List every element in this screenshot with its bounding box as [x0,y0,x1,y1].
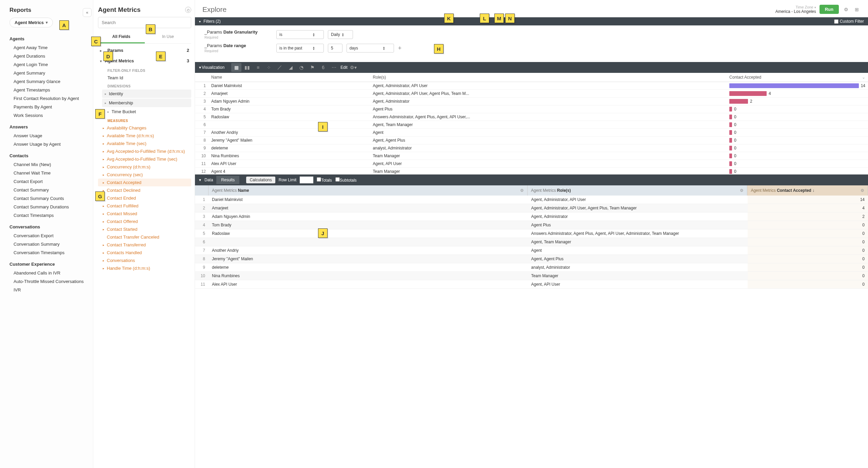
viz-table-row[interactable]: 7Another AndriyAgent0 [195,129,868,137]
measure-item[interactable]: ▸ Contact Started [98,225,191,233]
dimension-group[interactable]: ▸ Time Bucket [98,108,191,116]
measure-item[interactable]: ▸ Contact Fulfilled [98,202,191,210]
sidebar-item[interactable]: First Contact Resolution by Agent [9,94,86,103]
sidebar-item[interactable]: Contact Timestamps [9,211,86,220]
settings-gear-icon[interactable]: ⚙ [842,6,850,13]
report-selector[interactable]: Agent Metrics ▾ [9,18,53,27]
sidebar-item[interactable]: Work Sessions [9,111,86,120]
sidebar-item[interactable]: Agent Durations [9,52,86,60]
measure-item[interactable]: ▸ Contact Missed [98,210,191,218]
dashboard-grid-icon[interactable]: ⊞ [853,6,861,13]
run-button[interactable]: Run [820,5,839,14]
measure-item[interactable]: ▸ Availability Changes [98,124,191,132]
measure-item[interactable]: ▸ Avg Accepted-to-Fulfilled Time (sec) [98,155,191,163]
sidebar-item[interactable]: Payments By Agent [9,103,86,111]
measure-item[interactable]: ▸ Contact Ended [98,194,191,202]
viz-table-icon[interactable]: ▦ [231,63,241,72]
sidebar-item[interactable]: Conversation Export [9,231,86,240]
collapse-sidebar-button[interactable]: « [83,8,92,17]
data-table-row[interactable]: 1Daniel MalmkvistAgent, Administrator, A… [195,196,868,204]
measure-item[interactable]: ▸ Contact Accepted [98,179,191,186]
sidebar-item[interactable]: Answer Usage [9,131,86,140]
data-col-name[interactable]: Agent Metrics Name ⚙ [209,185,528,196]
viz-scatter-icon[interactable]: ⁘ [264,63,274,72]
filter-value-select[interactable]: Daily▴▾ [328,30,353,39]
sidebar-item[interactable]: Auto-Throttle Missed Conversations [9,277,86,286]
sidebar-item[interactable]: Answer Usage by Agent [9,140,86,148]
viz-table-row[interactable]: 6Agent, Team Manager0 [195,121,868,129]
viz-more-icon[interactable]: ⋯ [329,63,339,72]
sidebar-item[interactable]: Conversation Timestamps [9,248,86,257]
viz-settings-gear-icon[interactable]: ⚙▾ [348,63,358,72]
visualization-header-bar[interactable]: ▾ Visualization ▦ ▮▮ ≡ ⁘ ／ ◢ ◔ ⚑ 6 ⋯ Edi… [195,62,868,73]
measure-item[interactable]: ▸ Concurrency (d:h:m:s) [98,163,191,171]
data-table-row[interactable]: 8Jeremy "Agent" MailenAgent, Agent Plus0 [195,255,868,263]
viz-map-icon[interactable]: ⚑ [307,63,317,72]
field-search-input[interactable] [98,17,191,28]
viz-table-row[interactable]: 4Tom BradyAgent Plus0 [195,105,868,113]
data-table-row[interactable]: 2AmarjeetAgent, Administrator, API User,… [195,204,868,212]
add-filter-icon[interactable]: + [398,45,402,52]
column-gear-icon[interactable]: ⚙ [861,188,864,193]
viz-table-row[interactable]: 5RadoslawAnswers Administrator, Agent Pl… [195,113,868,121]
viz-single-value-icon[interactable]: 6 [318,63,328,72]
recent-icon[interactable]: ◴ [185,7,191,13]
viz-area-icon[interactable]: ◢ [285,63,296,72]
timezone-selector[interactable]: Time Zone ▾ America - Los Angeles [775,5,816,14]
sidebar-item[interactable]: Agent Away Time [9,43,86,52]
sidebar-item[interactable]: Contact Summary [9,186,86,194]
data-col-roles[interactable]: Agent Metrics Role(s) ⚙ [528,185,747,196]
measure-item[interactable]: ▸ Contact Transfer Canceled [98,233,191,241]
sidebar-item[interactable]: IVR [9,286,86,294]
viz-table-row[interactable]: 8Jeremy "Agent" MailenAgent, Agent Plus0 [195,137,868,144]
sidebar-item[interactable]: Agent Summary Glance [9,77,86,86]
measure-item[interactable]: ▸ Concurrency (sec) [98,171,191,179]
filter-operator-select[interactable]: is in the past▴▾ [276,44,324,53]
viz-table-row[interactable]: 12Agent 4Team Manager0 [195,168,868,175]
sidebar-item[interactable]: Contact Export [9,177,86,186]
calculations-button[interactable]: Calculations [246,177,275,183]
dimension-group[interactable]: ▸ Membership [102,99,191,107]
measure-item[interactable]: ▸ Contacts Handled [98,249,191,257]
data-table-row[interactable]: 7Another AndriyAgent0 [195,246,868,255]
sidebar-item[interactable]: Channel Mix (New) [9,160,86,169]
data-table-row[interactable]: 10Nina RumbinesTeam Manager0 [195,272,868,280]
sidebar-item[interactable]: Agent Login Time [9,60,86,69]
data-table-row[interactable]: 11Alex API UserAgent, API User0 [195,280,868,289]
custom-filter-toggle[interactable]: Custom Filter [834,19,864,24]
filter-unit-select[interactable]: days▴▾ [347,44,394,53]
data-table-row[interactable]: 9deletemeanalyst, Administrator0 [195,263,868,272]
viz-col-name[interactable]: Name [209,73,370,82]
viz-col-roles[interactable]: Role(s) [370,73,727,82]
viz-pie-icon[interactable]: ◔ [296,63,307,72]
viz-table-row[interactable]: 11Alex API UserAgent, API User0 [195,160,868,168]
tab-results[interactable]: Results [216,176,239,184]
viz-table-row[interactable]: 3Adam Nguyen AdminAgent, Administrator2 [195,98,868,105]
viz-col-contact-accepted[interactable]: Contact Accepted ⌄ [727,73,868,82]
data-table-row[interactable]: 3Adam Nguyen AdminAgent, Administrator2 [195,212,868,221]
row-limit-input[interactable] [300,177,313,183]
sidebar-item[interactable]: Contact Summary Durations [9,203,86,211]
column-gear-icon[interactable]: ⚙ [520,188,524,193]
measure-item[interactable]: ▸ Available Time (sec) [98,140,191,147]
viz-line-icon[interactable]: ／ [275,63,285,72]
sidebar-item[interactable]: Contact Summary Counts [9,194,86,203]
field-item[interactable]: Team Id [98,74,191,82]
sidebar-item[interactable]: Conversation Summary [9,240,86,248]
measure-item[interactable]: ▸ Contact Declined [98,186,191,194]
sidebar-item[interactable]: Channel Wait Time [9,169,86,177]
tab-all-fields[interactable]: All Fields [98,31,145,43]
dimension-group[interactable]: ▸ Identity [102,89,191,98]
totals-toggle[interactable]: Totals [317,177,332,183]
viz-table-row[interactable]: 9deletemeanalyst, Administrator0 [195,144,868,152]
viz-column-icon[interactable]: ▮▮ [242,63,252,72]
viz-bar-icon[interactable]: ≡ [253,63,263,72]
viz-table-row[interactable]: 1Daniel MalmkvistAgent, Administrator, A… [195,82,868,90]
data-header-bar[interactable]: ▾ Data Results Calculations Row Limit To… [195,175,868,185]
viz-edit-link[interactable]: Edit [340,65,348,70]
data-table-row[interactable]: 5RadoslawAnswers Administrator, Agent Pl… [195,229,868,238]
measure-item[interactable]: ▸ Contact Offered [98,218,191,225]
viz-table-row[interactable]: 10Nina RumbinesTeam Manager0 [195,152,868,160]
measure-item[interactable]: ▸ Avg Accepted-to-Fulfilled Time (d:h:m:… [98,147,191,155]
measure-item[interactable]: ▸ Conversations [98,257,191,264]
